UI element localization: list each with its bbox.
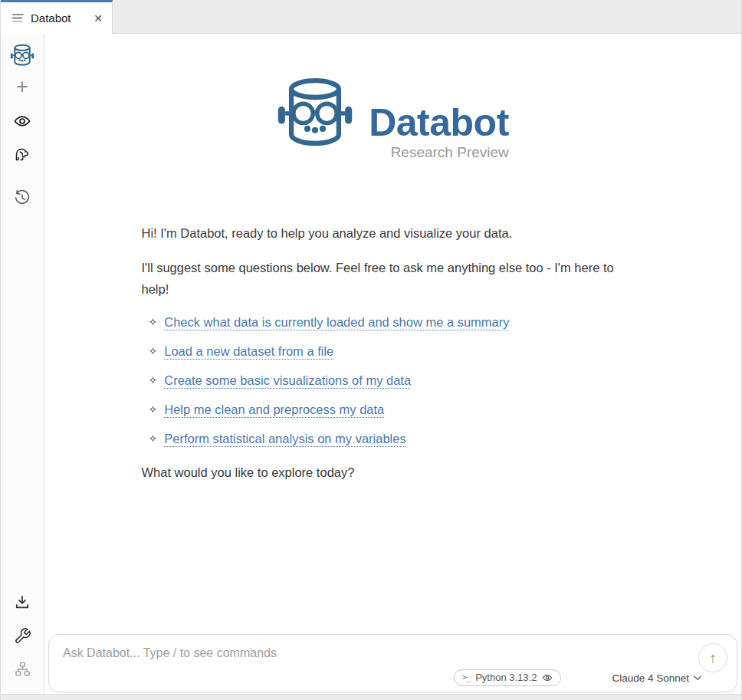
chevron-down-icon [694, 675, 701, 681]
composer-footer: >_ Python 3.13.2 Claude 4 Sonnet [454, 669, 701, 686]
suggestion-item: ✧ Load a new dataset from a file [149, 342, 645, 360]
suggestion-link-data-summary[interactable]: Check what data is currently loaded and … [164, 313, 509, 331]
chat-panel: Databot Research Preview Hi! I'm Databot… [44, 34, 741, 694]
close-icon[interactable]: ✕ [92, 11, 104, 26]
tab-bar: Databot ✕ [1, 0, 741, 34]
tab-title: Databot [31, 12, 71, 25]
export-button[interactable] [8, 589, 36, 616]
databot-logo-icon [10, 43, 34, 67]
suggestion-item: ✧ Check what data is currently loaded an… [149, 313, 645, 331]
suggestion-link-load-dataset[interactable]: Load a new dataset from a file [164, 342, 333, 360]
suggestion-item: ✧ Help me clean and preprocess my data [149, 400, 645, 419]
runtime-badge[interactable]: >_ Python 3.13.2 [454, 669, 561, 686]
app-title: Databot [369, 103, 509, 143]
sparkle-icon: ✧ [149, 429, 158, 448]
new-session-button[interactable]: + [8, 74, 36, 102]
view-data-button[interactable] [8, 107, 36, 135]
window-bottom-strip [1, 694, 741, 700]
arrow-up-icon: ↑ [709, 651, 717, 665]
greeting-message: Hi! I'm Databot, ready to help you analy… [142, 222, 645, 244]
databot-logo-lockup: Databot Research Preview [142, 72, 645, 161]
suggestion-item: ✧ Create some basic visualizations of my… [149, 371, 645, 389]
eye-icon-small [542, 672, 553, 683]
sitemap-icon [14, 660, 31, 678]
database-button[interactable] [8, 140, 36, 168]
model-selector[interactable]: Claude 4 Sonnet [612, 672, 701, 684]
elephant-icon [13, 145, 31, 163]
sparkle-icon: ✧ [149, 371, 158, 389]
plus-icon: + [16, 77, 28, 97]
app-subtitle: Research Preview [391, 144, 509, 161]
databot-window: Databot ✕ [0, 0, 742, 700]
suggestion-link-visualizations[interactable]: Create some basic visualizations of my d… [164, 371, 411, 389]
sparkle-icon: ✧ [149, 400, 158, 419]
suggestion-list: ✧ Check what data is currently loaded an… [142, 313, 645, 448]
sparkle-icon: ✧ [149, 342, 158, 360]
wrench-icon [14, 627, 31, 645]
activity-bar: + [1, 34, 44, 694]
history-button[interactable] [8, 184, 36, 212]
databot-logo-large-icon [277, 72, 353, 153]
sparkle-icon: ✧ [149, 313, 158, 331]
eye-icon [13, 112, 31, 130]
activity-bar-bottom [8, 589, 36, 688]
suggestions-intro-message: I'll suggest some questions below. Feel … [142, 257, 645, 300]
model-label: Claude 4 Sonnet [612, 672, 689, 684]
runtime-label: Python 3.13.2 [475, 672, 537, 683]
connections-button[interactable] [8, 655, 36, 682]
composer: ↑ >_ Python 3.13.2 Clau [48, 634, 737, 692]
notebook-lines-icon [12, 14, 24, 23]
download-icon [13, 593, 31, 612]
terminal-prompt-icon: >_ [462, 673, 470, 682]
databot-view-button[interactable] [8, 41, 36, 69]
suggestion-link-clean-preprocess[interactable]: Help me clean and preprocess my data [164, 400, 384, 419]
closing-message: What would you like to explore today? [142, 462, 645, 483]
chat-input[interactable] [63, 646, 688, 666]
suggestion-link-statistical-analysis[interactable]: Perform statistical analysis on my varia… [164, 429, 405, 448]
chat-scroll-area[interactable]: Databot Research Preview Hi! I'm Databot… [44, 34, 741, 634]
history-icon [13, 189, 31, 207]
send-button[interactable]: ↑ [698, 643, 727, 672]
tab-databot[interactable]: Databot ✕ [1, 0, 113, 34]
settings-button[interactable] [8, 622, 36, 649]
suggestion-item: ✧ Perform statistical analysis on my var… [149, 429, 645, 448]
